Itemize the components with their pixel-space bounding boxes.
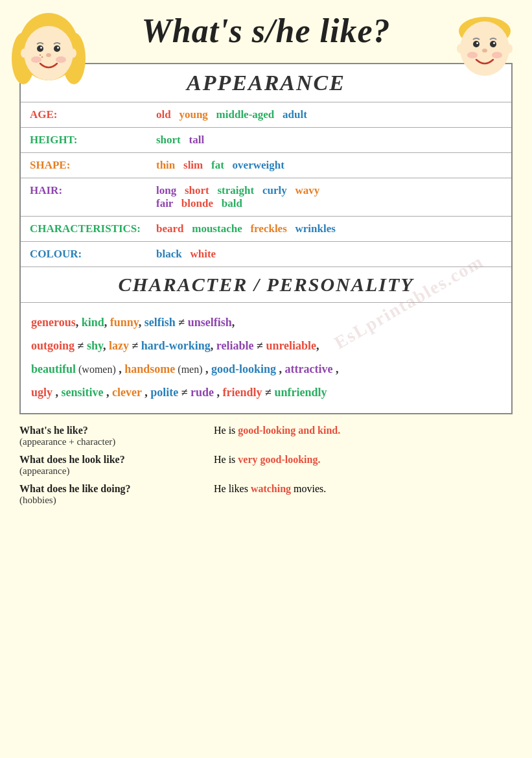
age-young: young: [179, 108, 207, 121]
word-attractive: attractive: [285, 362, 333, 375]
example-3-answer-prefix: He likes: [214, 483, 251, 494]
age-label: AGE:: [20, 102, 147, 128]
example-3-sub: (hobbies): [19, 495, 214, 506]
height-row: HEIGHT: short tall: [20, 128, 512, 153]
example-2-answer-prefix: He is: [214, 454, 238, 465]
page-title: What's s/he like?: [142, 12, 391, 50]
char-beard: beard: [156, 222, 184, 235]
example-2-answer: He is very good-looking.: [214, 454, 513, 466]
word-rude: rude: [191, 386, 214, 399]
height-label: HEIGHT:: [20, 128, 147, 153]
word-shy: shy: [87, 339, 103, 352]
height-short: short: [156, 134, 181, 146]
shape-overweight: overweight: [233, 159, 284, 171]
word-sensitive: sensitive: [62, 386, 104, 399]
character-line4: ugly , sensitive , clever , polite ≠ rud…: [31, 381, 501, 404]
svg-point-14: [70, 49, 76, 58]
characteristics-values: beard moustache freckles wrinkles: [147, 217, 512, 242]
example-3-answer: He likes watching movies.: [214, 483, 513, 495]
word-good-looking: good-looking: [211, 362, 276, 375]
hair-blonde: blonde: [181, 197, 213, 209]
word-hard-working: hard-working: [141, 339, 211, 352]
svg-point-20: [490, 41, 496, 47]
word-unfriendly: unfriendly: [274, 386, 327, 399]
colour-label: COLOUR:: [20, 242, 147, 267]
example-row-2: What does he look like? (appearance) He …: [19, 454, 513, 477]
svg-point-17: [457, 44, 463, 53]
char-freckles: freckles: [250, 222, 286, 235]
height-tall: tall: [189, 134, 205, 146]
svg-point-21: [476, 42, 478, 44]
appearance-title: APPEARANCE: [20, 64, 512, 102]
svg-point-25: [492, 52, 502, 58]
character-title: CHARACTER / PERSONALITY: [20, 267, 512, 303]
word-friendly: friendly: [223, 386, 262, 399]
bottom-examples-section: What's he like? (appearance + character)…: [19, 425, 513, 506]
char-wrinkles: wrinkles: [295, 222, 336, 235]
svg-point-9: [31, 56, 41, 63]
char-moustache: moustache: [192, 222, 242, 235]
word-clever: clever: [112, 386, 142, 399]
character-line2: outgoing ≠ shy, lazy ≠ hard-working, rel…: [31, 334, 501, 357]
svg-point-13: [21, 49, 27, 58]
hair-label: HAIR:: [20, 178, 147, 217]
character-section-header-row: CHARACTER / PERSONALITY: [20, 267, 512, 303]
example-1-answer-bold: good-looking and kind.: [238, 425, 340, 436]
hair-bald: bald: [222, 197, 242, 209]
example-1-answer: He is good-looking and kind.: [214, 425, 513, 436]
word-funny: funny: [110, 316, 139, 329]
shape-values: thin slim fat overweight: [147, 153, 512, 178]
svg-point-6: [40, 47, 42, 49]
colour-black: black: [156, 248, 182, 260]
colour-white: white: [190, 248, 216, 260]
character-content-row: generous, kind, funny, selfish ≠ unselfi…: [20, 303, 512, 414]
example-3-answer-suffix: movies.: [291, 483, 326, 494]
word-unreliable: unreliable: [266, 339, 316, 352]
age-row: AGE: old young middle-aged adult: [20, 102, 512, 128]
hair-straight: straight: [217, 184, 254, 196]
hair-line2: fair blonde bald: [156, 197, 505, 210]
character-words: generous, kind, funny, selfish ≠ unselfi…: [20, 303, 512, 414]
svg-point-19: [473, 41, 480, 47]
word-selfish: selfish: [145, 316, 176, 329]
svg-point-24: [467, 52, 478, 58]
svg-point-7: [57, 47, 59, 49]
example-row-3: What does he like doing? (hobbies) He li…: [19, 483, 513, 506]
word-generous: generous: [31, 316, 76, 329]
example-1-question: What's he like?: [19, 425, 214, 436]
hair-fair: fair: [156, 197, 173, 209]
character-line3: beautiful (women) , handsome (men) , goo…: [31, 357, 501, 381]
example-3-answer-bold: watching: [251, 483, 291, 494]
example-3-question: What does he like doing?: [19, 483, 214, 495]
hair-line1: long short straight curly wavy: [156, 184, 505, 197]
svg-point-5: [54, 45, 60, 52]
example-2-sub: (appearance): [19, 466, 214, 477]
characteristics-row: CHARACTERISTICS: beard moustache freckle…: [20, 217, 512, 242]
girl-face-icon: [12, 6, 86, 91]
main-content-table: APPEARANCE AGE: old young middle-aged ad…: [19, 63, 513, 414]
hair-long: long: [156, 184, 176, 196]
svg-point-23: [482, 49, 487, 53]
example-2-left: What does he look like? (appearance): [19, 454, 214, 477]
word-ugly: ugly: [31, 386, 52, 399]
word-outgoing: outgoing: [31, 339, 75, 352]
shape-row: SHAPE: thin slim fat overweight: [20, 153, 512, 178]
word-polite: polite: [150, 386, 178, 399]
word-lazy: lazy: [109, 339, 129, 352]
example-row-1: What's he like? (appearance + character)…: [19, 425, 513, 447]
age-middle-aged: middle-aged: [216, 108, 275, 121]
header: What's s/he like?: [0, 0, 532, 56]
hair-row: HAIR: long short straight curly wavy fai…: [20, 178, 512, 217]
word-reliable: reliable: [216, 339, 254, 352]
example-1-sub: (appearance + character): [19, 436, 214, 447]
shape-fat: fat: [211, 159, 224, 171]
shape-thin: thin: [156, 159, 175, 171]
hair-values: long short straight curly wavy fair blon…: [147, 178, 512, 217]
hair-wavy: wavy: [295, 184, 319, 196]
age-values: old young middle-aged adult: [147, 102, 512, 128]
example-1-answer-prefix: He is: [214, 425, 238, 436]
svg-point-4: [37, 45, 43, 52]
age-old: old: [156, 108, 171, 121]
svg-point-8: [46, 53, 51, 57]
example-2-answer-bold: very good-looking.: [238, 454, 320, 465]
